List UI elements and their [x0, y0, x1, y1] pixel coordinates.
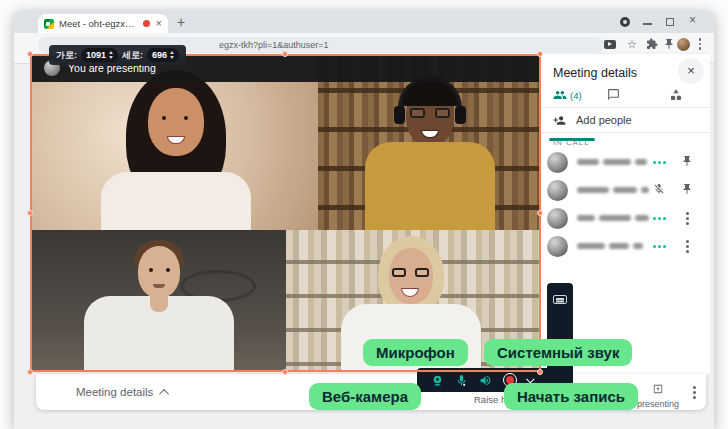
keyboard-icon[interactable]: [553, 295, 567, 304]
participant-avatar: [547, 180, 568, 201]
participant-name-blurred: [577, 159, 650, 165]
annotation-webcam: Веб-камера: [309, 383, 421, 410]
participant-name-blurred: [577, 187, 650, 193]
browser-tab[interactable]: Meet - oht-egzx-tkh ×: [38, 14, 168, 33]
participant-status: [650, 217, 668, 220]
tab-chat[interactable]: [607, 88, 620, 101]
record-status-circle-icon: [620, 17, 630, 27]
participant-avatar: [547, 236, 568, 257]
width-stepper[interactable]: 1091: [81, 48, 118, 62]
extensions-puzzle-icon[interactable]: [644, 36, 660, 52]
participant-status: [650, 161, 668, 164]
participant-row[interactable]: [541, 232, 710, 260]
participant-avatar: [547, 208, 568, 229]
participant-status: [650, 181, 668, 199]
window-minimize-button[interactable]: [643, 23, 652, 25]
participant-action[interactable]: [680, 153, 694, 171]
annotation-microphone: Микрофон: [363, 339, 468, 366]
new-tab-button[interactable]: +: [172, 13, 190, 31]
participant-row[interactable]: [541, 204, 710, 232]
browser-menu-icon[interactable]: [692, 36, 708, 52]
meet-favicon-icon: [44, 19, 54, 29]
microphone-toggle-icon[interactable]: [455, 374, 468, 387]
meetbar-more-icon[interactable]: [693, 391, 696, 394]
panel-close-button[interactable]: ×: [678, 58, 704, 84]
speaking-indicator-icon: [653, 245, 666, 248]
participant-avatar: [547, 152, 568, 173]
meeting-details-label: Meeting details: [76, 386, 153, 398]
participant-status: [650, 245, 668, 248]
recorder-side-strip: [547, 283, 573, 392]
participant-list: [541, 148, 710, 260]
presenting-control[interactable]: presenting: [630, 380, 686, 409]
media-control-icon[interactable]: [602, 36, 618, 52]
size-overlay-toolbar: 가로: 1091 세로: 696: [49, 45, 186, 65]
tab-title: Meet - oht-egzx-tkh: [59, 18, 135, 29]
tab-recording-dot-icon: [143, 20, 150, 27]
more-options-icon[interactable]: [686, 245, 689, 248]
annotation-start-recording: Начать запись: [504, 383, 638, 410]
tab-close-icon[interactable]: ×: [156, 18, 162, 29]
participant-action[interactable]: [680, 245, 694, 248]
present-screen-icon: [653, 384, 663, 394]
in-call-label: IN CALL: [553, 138, 590, 147]
pin-icon[interactable]: [681, 153, 693, 171]
chat-icon: [607, 88, 620, 101]
browser-titlebar: Meet - oht-egzx-tkh × + ×: [14, 10, 714, 33]
participant-action[interactable]: [680, 217, 694, 220]
height-label: 세로:: [122, 49, 143, 62]
participant-row[interactable]: [541, 148, 710, 176]
video-tile-man-dark-office: [30, 230, 286, 372]
profile-avatar[interactable]: [675, 36, 691, 52]
participant-name-blurred: [577, 243, 650, 249]
height-stepper[interactable]: 696: [147, 48, 179, 62]
screenshot-stage: Meet - oht-egzx-tkh × + × egzx-tkh?pli=1…: [0, 0, 728, 429]
chevron-up-icon: [159, 388, 169, 398]
width-label: 가로:: [56, 49, 77, 62]
participant-row[interactable]: [541, 176, 710, 204]
participant-name-blurred: [577, 215, 650, 221]
people-count: (4): [570, 90, 582, 101]
person-add-icon: [553, 114, 566, 127]
mic-muted-icon: [653, 181, 665, 199]
tab-activities[interactable]: [669, 88, 683, 102]
add-people-label: Add people: [576, 114, 632, 126]
url-text: egzx-tkh?pli=1&authuser=1: [219, 40, 329, 50]
bookmark-star-icon[interactable]: ☆: [624, 36, 640, 52]
panel-title: Meeting details: [553, 66, 637, 80]
webcam-toggle-icon[interactable]: [431, 374, 444, 387]
meeting-details-toggle[interactable]: Meeting details: [76, 386, 169, 398]
presenting-label: presenting: [630, 399, 686, 409]
activities-shapes-icon: [669, 88, 683, 102]
window-close-button[interactable]: ×: [689, 13, 696, 27]
people-icon: [553, 88, 567, 102]
window-maximize-button[interactable]: [666, 18, 674, 26]
pin-icon[interactable]: [681, 181, 693, 199]
stepper-arrows-icon[interactable]: [170, 51, 174, 59]
stepper-arrows-icon[interactable]: [109, 51, 113, 59]
participant-action[interactable]: [680, 181, 694, 199]
more-options-icon[interactable]: [686, 217, 689, 220]
speaking-indicator-icon: [653, 161, 666, 164]
add-people-button[interactable]: Add people: [541, 108, 710, 132]
speaking-indicator-icon: [653, 217, 666, 220]
tab-people[interactable]: (4): [553, 88, 582, 102]
annotation-system-sound: Системный звук: [484, 339, 632, 366]
system-sound-icon[interactable]: [479, 374, 492, 387]
